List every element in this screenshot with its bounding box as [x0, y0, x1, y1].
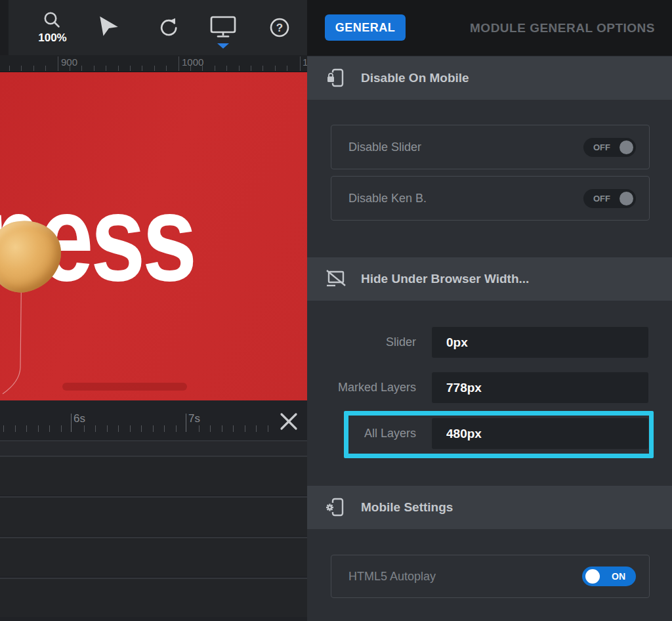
zoom-level-label[interactable]: 100% — [33, 32, 72, 45]
panel-header: GENERAL MODULE GENERAL OPTIONS — [307, 0, 672, 56]
device-preview-icon[interactable] — [209, 15, 238, 39]
toggle-state-label: ON — [612, 567, 625, 586]
field-label-slider: Slider — [331, 327, 416, 358]
slide-canvas[interactable]: ness — [0, 72, 307, 400]
horizontal-ruler: 900 1000 1100 — [0, 55, 307, 72]
chevron-down-icon[interactable] — [217, 43, 229, 49]
section-title: Hide Under Browser Width... — [361, 272, 529, 286]
toggle-knob — [585, 569, 600, 584]
section-title: Disable On Mobile — [361, 71, 469, 85]
option-label: Disable Slider — [348, 140, 583, 154]
phone-lock-icon — [326, 68, 346, 89]
timeline-panel: 6s 7s — [0, 400, 307, 621]
toolbar-edge-divider — [0, 0, 9, 55]
slider-width-input[interactable] — [432, 327, 648, 358]
undo-icon[interactable] — [158, 16, 180, 39]
timeline-label-7s: 7s — [188, 412, 200, 425]
option-label: HTML5 Autoplay — [348, 570, 582, 584]
toggle-knob — [620, 140, 633, 154]
toggle-state-label: OFF — [593, 189, 610, 208]
ruler-label-900: 900 — [61, 56, 77, 68]
panel-title: MODULE GENERAL OPTIONS — [470, 0, 655, 56]
field-label-marked-layers: Marked Layers — [331, 372, 416, 403]
zoom-tool-icon[interactable] — [41, 9, 64, 32]
laptop-slash-icon — [326, 268, 348, 289]
marked-layers-width-input[interactable] — [432, 372, 648, 403]
option-disable-slider: Disable Slider OFF — [331, 125, 650, 169]
top-toolbar: 100% ? — [0, 0, 307, 55]
slider-editor-app: 100% ? 900 1000 1100 — [0, 0, 672, 621]
timeline-track-row[interactable] — [0, 578, 307, 617]
close-timeline-icon[interactable] — [279, 412, 299, 431]
help-icon[interactable]: ? — [269, 17, 290, 38]
section-title: Mobile Settings — [361, 500, 453, 515]
timeline-track-row[interactable] — [0, 456, 307, 495]
toggle-state-label: OFF — [593, 138, 610, 157]
section-hide-under-browser-width[interactable]: Hide Under Browser Width... — [307, 257, 672, 301]
editor-area: 100% ? 900 1000 1100 — [0, 0, 307, 621]
module-options-panel: GENERAL MODULE GENERAL OPTIONS Disable O… — [307, 0, 672, 621]
field-label-all-layers: All Layers — [331, 418, 416, 449]
toggle-knob — [620, 192, 633, 205]
canvas-shadow-bar — [62, 383, 187, 391]
section-mobile-settings[interactable]: Mobile Settings — [307, 486, 672, 529]
toggle-disable-slider[interactable]: OFF — [583, 138, 636, 157]
timeline-label-6s: 6s — [74, 412, 85, 425]
select-tool-icon[interactable] — [97, 15, 121, 39]
ruler-label-1000: 1000 — [182, 56, 203, 68]
help-glyph: ? — [276, 22, 283, 34]
timeline-track-row[interactable] — [0, 537, 307, 576]
timeline-ruler[interactable]: 6s 7s — [0, 400, 307, 440]
option-disable-ken-burns: Disable Ken B. OFF — [331, 176, 650, 221]
section-disable-on-mobile[interactable]: Disable On Mobile — [307, 56, 672, 100]
timeline-header-row — [0, 441, 307, 456]
toggle-html5-autoplay[interactable]: ON — [582, 567, 636, 586]
option-label: Disable Ken B. — [348, 192, 583, 205]
toggle-disable-ken-burns[interactable]: OFF — [583, 189, 636, 208]
all-layers-width-input[interactable] — [432, 418, 648, 449]
timeline-track-row[interactable] — [0, 496, 307, 536]
tab-general[interactable]: GENERAL — [325, 14, 406, 41]
phone-gear-icon — [326, 497, 346, 518]
option-html5-autoplay: HTML5 Autoplay ON — [331, 555, 650, 598]
